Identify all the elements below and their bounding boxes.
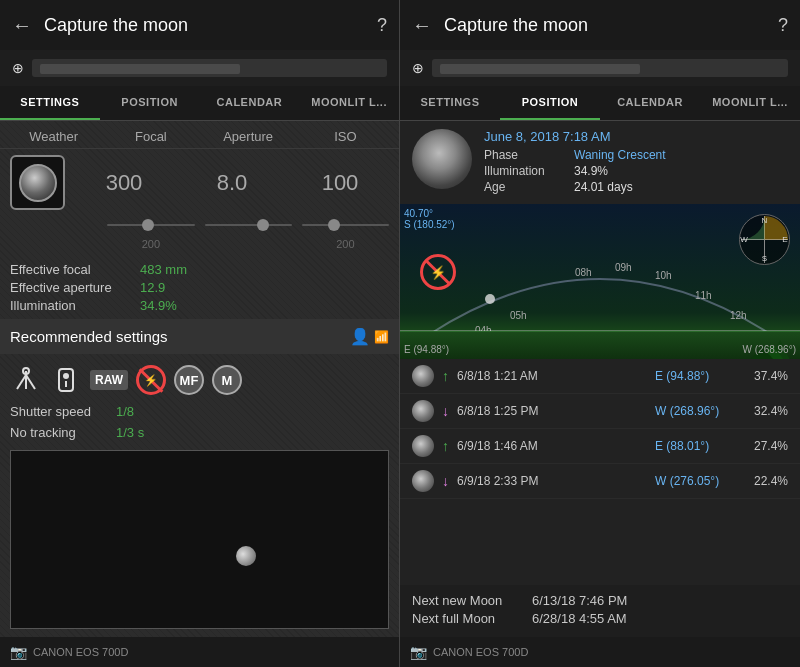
svg-point-14 [485,294,495,304]
iso-label: ISO [302,129,389,144]
left-tab-calendar[interactable]: CALENDAR [200,86,300,120]
remote-icon [50,364,82,396]
moon-info-bar: June 8, 2018 7:18 AM Phase Waning Cresce… [400,121,800,204]
focal-value[interactable]: 300 [75,170,173,196]
table-row: ↑ 6/9/18 1:46 AM E (88.01°) 27.4% [400,429,800,464]
rise-arrow-3: ↑ [442,438,449,454]
effective-focal-value: 483 mm [140,262,187,277]
recommended-title: Recommended settings [10,328,168,345]
left-gps-bar: ⊕ [0,50,399,86]
right-camera-model-text: CANON EOS 700D [433,646,528,658]
effective-aperture-row: Effective aperture 12.9 [10,280,389,295]
iso-value[interactable]: 100 [291,170,389,196]
left-gps-icon: ⊕ [12,60,24,76]
effective-aperture-label: Effective aperture [10,280,140,295]
right-top-bar: ← Capture the moon ? [400,0,800,50]
left-tab-settings[interactable]: SETTINGS [0,86,100,120]
right-tab-settings[interactable]: SETTINGS [400,86,500,120]
left-camera-model: 📷 CANON EOS 700D [10,644,128,660]
rise-arrow-2: ↓ [442,403,449,419]
preview-box [10,450,389,629]
rise-date-4: 6/9/18 2:33 PM [457,474,647,488]
left-bottom-bar: 📷 CANON EOS 700D [0,637,399,667]
left-top-bar: ← Capture the moon ? [0,0,399,50]
settings-values-row: 300 8.0 100 [0,149,399,216]
tripod-icon [10,364,42,396]
right-illumination-label: Illumination [484,164,574,178]
left-camera-icon: 📷 [10,644,27,660]
rise-illum-3: 27.4% [743,439,788,453]
illumination-label: Illumination [10,298,140,313]
right-gps-icon: ⊕ [412,60,424,76]
left-back-button[interactable]: ← [12,14,32,37]
right-gps-coords [432,59,788,77]
rise-date-1: 6/8/18 1:21 AM [457,369,647,383]
right-help-button[interactable]: ? [778,15,788,36]
weather-label: Weather [10,129,97,144]
left-tab-moonlit[interactable]: MOONLIT L... [299,86,399,120]
rise-illum-2: 32.4% [743,404,788,418]
right-panel: ← Capture the moon ? ⊕ SETTINGS POSITION… [400,0,800,667]
recommended-header: Recommended settings 👤 📶 [0,319,399,354]
left-tab-position[interactable]: POSITION [100,86,200,120]
mf-badge: MF [174,365,204,395]
rise-dir-1: E (94.88°) [655,369,735,383]
moon-rises-table: ↑ 6/8/18 1:21 AM E (94.88°) 37.4% ↓ 6/8/… [400,359,800,585]
rise-date-3: 6/9/18 1:46 AM [457,439,647,453]
settings-column-headers: Weather Focal Aperture ISO [0,121,399,149]
person-icon: 👤 [350,327,370,346]
aperture-label: Aperture [205,129,292,144]
right-camera-icon: 📷 [410,644,427,660]
right-tab-position[interactable]: POSITION [500,86,600,120]
left-camera-model-text: CANON EOS 700D [33,646,128,658]
left-panel: ← Capture the moon ? ⊕ SETTINGS POSITION… [0,0,400,667]
rise-illum-4: 22.4% [743,474,788,488]
illumination-row: Illumination 34.9% [484,164,788,178]
west-label: W (268.96°) [743,344,796,355]
aperture-value[interactable]: 8.0 [183,170,281,196]
moon-phase-icon-3 [412,435,434,457]
moon-image [412,129,472,189]
ground-area [400,331,800,359]
left-help-button[interactable]: ? [377,15,387,36]
phase-label: Phase [484,148,574,162]
rise-arrow-1: ↑ [442,368,449,384]
rise-dir-4: W (276.05°) [655,474,735,488]
shutter-speed-label: Shutter speed [10,404,110,419]
svg-text:11h: 11h [695,290,712,301]
right-tab-calendar[interactable]: CALENDAR [600,86,700,120]
svg-point-5 [63,373,69,379]
left-tabs: SETTINGS POSITION CALENDAR MOONLIT L... [0,86,399,121]
camera-lens-icon [19,164,57,202]
right-back-button[interactable]: ← [412,14,432,37]
svg-text:05h: 05h [510,310,527,321]
age-value: 24.01 days [574,180,633,194]
effective-aperture-value: 12.9 [140,280,165,295]
right-app-title: Capture the moon [444,15,778,36]
right-tab-moonlit[interactable]: MOONLIT L... [700,86,800,120]
sky-chart: 40.70° S (180.52°) N S [400,204,800,359]
phase-value: Waning Crescent [574,148,666,162]
right-camera-model: 📷 CANON EOS 700D [410,644,528,660]
m-badge: M [212,365,242,395]
focal-label: Focal [107,129,194,144]
illumination-row: Illumination 34.9% [10,298,389,313]
wifi-icon: 📶 [374,330,389,344]
svg-text:12h: 12h [730,310,747,321]
rise-date-2: 6/8/18 1:25 PM [457,404,647,418]
svg-text:10h: 10h [655,270,672,281]
rise-dir-2: W (268.96°) [655,404,735,418]
svg-text:08h: 08h [575,267,592,278]
no-tracking-label: No tracking [10,425,110,440]
no-flash-icon: ⚡ [136,365,166,395]
table-row: ↓ 6/9/18 2:33 PM W (276.05°) 22.4% [400,464,800,499]
right-panel-content: June 8, 2018 7:18 AM Phase Waning Cresce… [400,121,800,637]
moon-phase-icon-2 [412,400,434,422]
right-bottom-bar: 📷 CANON EOS 700D [400,637,800,667]
shutter-speed-value: 1/8 [116,404,134,419]
next-full-moon-label: Next full Moon [412,611,532,626]
right-illumination-value: 34.9% [574,164,608,178]
settings-icons-row: RAW ⚡ MF M [0,354,399,402]
left-app-title: Capture the moon [44,15,377,36]
no-tracking-value: 1/3 s [116,425,144,440]
